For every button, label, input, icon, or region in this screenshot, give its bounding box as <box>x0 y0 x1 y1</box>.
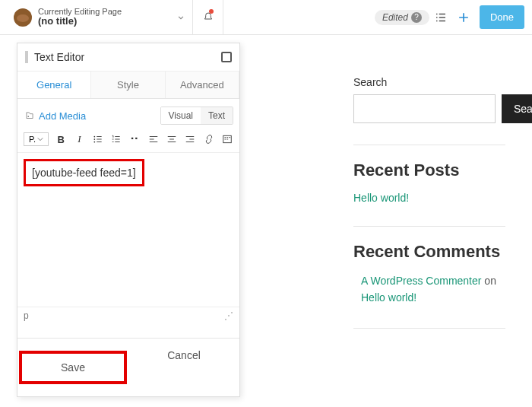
editor-content[interactable]: [youtube-feed feed=1] <box>17 153 239 307</box>
svg-point-3 <box>93 141 95 143</box>
link-button[interactable] <box>202 132 214 146</box>
edited-badge[interactable]: Edited ? <box>375 10 429 25</box>
list-icon <box>434 11 448 24</box>
recent-comment-item: A WordPress Commenter on Hello world! <box>353 272 505 307</box>
align-right-button[interactable] <box>184 132 196 146</box>
panel-title: Text Editor <box>34 51 221 63</box>
tab-style[interactable]: Style <box>91 72 165 98</box>
text-editor-panel: Text Editor General Style Advanced Add M… <box>17 43 240 397</box>
settings-tabs: General Style Advanced <box>17 72 239 99</box>
recent-posts-heading: Recent Posts <box>353 161 505 180</box>
page-selector[interactable]: Currently Editing Page (no title) <box>8 0 193 34</box>
toolbar-toggle-button[interactable] <box>221 132 233 146</box>
page-title: (no title) <box>38 16 169 27</box>
divider <box>353 145 505 145</box>
svg-point-1 <box>93 136 95 138</box>
recent-comments-heading: Recent Comments <box>353 242 505 262</box>
bold-button[interactable]: B <box>55 132 67 146</box>
align-center-button[interactable] <box>166 132 178 146</box>
divider <box>353 328 505 329</box>
format-selector[interactable]: P. <box>24 132 49 146</box>
on-text: on <box>484 275 496 287</box>
panel-actions: Save Cancel <box>17 338 239 396</box>
editor-toolbar-row2: P. B I <box>17 129 239 153</box>
italic-button[interactable]: I <box>73 132 85 146</box>
done-button[interactable]: Done <box>480 5 524 29</box>
editor-toolbar-row1: Add Media Visual Text <box>17 99 239 129</box>
resize-grip-icon[interactable]: ⋰ <box>224 310 233 321</box>
bullet-list-button[interactable] <box>92 132 104 146</box>
align-left-button[interactable] <box>147 132 159 146</box>
save-button[interactable]: Save <box>17 339 128 396</box>
search-input[interactable] <box>353 94 496 123</box>
add-media-label: Add Media <box>39 110 86 122</box>
search-label: Search <box>353 76 505 88</box>
divider <box>353 226 505 227</box>
page-info: Currently Editing Page (no title) <box>38 7 169 27</box>
save-label: Save <box>19 351 127 384</box>
top-toolbar: Currently Editing Page (no title) Edited… <box>0 0 532 35</box>
edited-text: Edited <box>382 12 408 23</box>
recent-post-link[interactable]: Hello world! <box>353 192 409 204</box>
cancel-button[interactable]: Cancel <box>128 339 239 396</box>
plus-icon <box>456 10 471 25</box>
text-tab[interactable]: Text <box>201 107 233 124</box>
visual-tab[interactable]: Visual <box>161 107 201 124</box>
add-media-button[interactable]: Add Media <box>24 110 86 122</box>
notification-dot-icon <box>209 9 214 14</box>
numbered-list-button[interactable] <box>110 132 122 146</box>
visual-text-tabs: Visual Text <box>160 107 233 125</box>
beaver-logo-icon <box>14 8 32 27</box>
tab-general[interactable]: General <box>17 72 91 98</box>
format-label: P. <box>29 135 36 144</box>
caret-down-icon <box>37 136 43 142</box>
element-path[interactable]: p <box>24 310 29 321</box>
chevron-down-icon[interactable] <box>176 12 186 23</box>
comment-post-link[interactable]: Hello world! <box>361 291 416 304</box>
drag-handle-icon[interactable] <box>25 51 28 63</box>
page-sidebar: Search Search Recent Posts Hello world! … <box>353 76 505 344</box>
editor-status-bar: p ⋰ <box>17 307 239 324</box>
maximize-icon[interactable] <box>221 52 232 62</box>
shortcode-highlight: [youtube-feed feed=1] <box>24 159 144 186</box>
shortcode-text: [youtube-feed feed=1] <box>32 167 136 179</box>
search-button[interactable]: Search <box>502 94 532 123</box>
media-icon <box>24 110 36 121</box>
blockquote-button[interactable] <box>128 132 141 146</box>
notifications-button[interactable] <box>193 0 223 34</box>
tab-advanced[interactable]: Advanced <box>166 72 239 98</box>
panel-header[interactable]: Text Editor <box>17 43 239 72</box>
commenter-link[interactable]: A WordPress Commenter <box>361 275 481 287</box>
search-form: Search <box>353 94 505 123</box>
svg-point-0 <box>27 116 29 117</box>
help-icon: ? <box>411 12 422 23</box>
outline-button[interactable] <box>429 11 452 24</box>
add-button[interactable] <box>452 10 475 25</box>
svg-point-2 <box>93 138 95 140</box>
